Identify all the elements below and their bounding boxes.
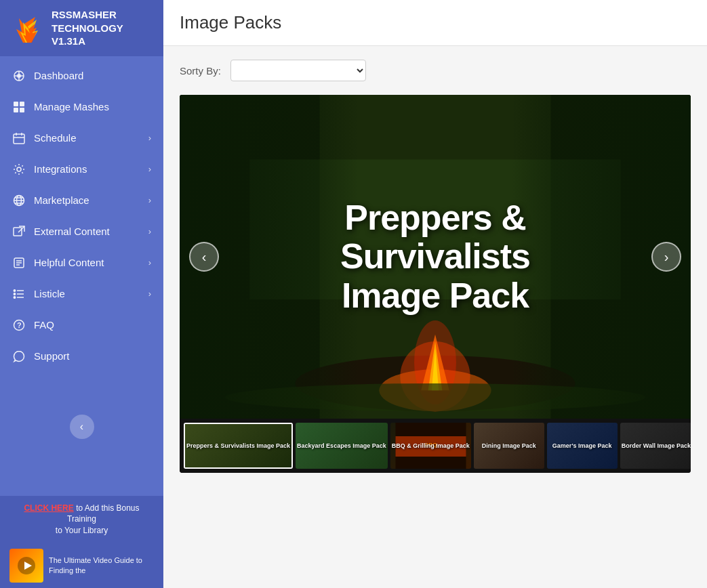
sidebar-item-label: Schedule	[34, 132, 77, 144]
calendar-icon	[12, 131, 26, 145]
svg-point-4	[17, 74, 21, 78]
svg-text:?: ?	[17, 321, 22, 329]
sidebar-item-support[interactable]: Support	[0, 341, 163, 372]
sidebar-item-label: Marketplace	[34, 194, 89, 206]
main-content-area: Image Packs Sorty By: Newest Oldest A-Z …	[163, 0, 707, 588]
sidebar-item-manage-mashes[interactable]: Manage Mashes	[0, 91, 163, 123]
gear-icon	[12, 163, 26, 176]
carousel-prev-button[interactable]: ‹	[189, 242, 219, 272]
svg-point-17	[17, 167, 21, 171]
sidebar-item-dashboard[interactable]: Dashboard	[0, 60, 163, 91]
sort-select[interactable]: Newest Oldest A-Z Z-A	[230, 60, 366, 81]
support-icon	[12, 350, 26, 363]
svg-point-34	[14, 296, 15, 297]
sidebar-item-label: Integrations	[34, 163, 87, 175]
helpful-icon	[12, 256, 26, 270]
sidebar-logo: RSSMASHER TECHNOLOGY V1.31A	[0, 0, 163, 56]
promo-click-here-link[interactable]: CLICK HERE	[24, 503, 73, 513]
sidebar-item-faq[interactable]: ? FAQ	[0, 310, 163, 341]
carousel-thumbnail-strip: Preppers & Survivalists Image Pack Backy…	[180, 419, 691, 473]
thumbnail-1[interactable]: Preppers & Survivalists Image Pack	[184, 423, 293, 469]
sidebar-item-label: External Content	[34, 226, 110, 237]
globe-icon	[12, 194, 26, 207]
svg-point-33	[14, 293, 15, 294]
sidebar-item-label: Manage Mashes	[34, 101, 109, 112]
svg-point-32	[14, 289, 15, 291]
chevron-right-icon: ›	[148, 226, 151, 236]
thumbnail-2[interactable]: Backyard Escapes Image Pack	[296, 423, 388, 469]
dashboard-icon	[12, 69, 26, 83]
carousel-next-button[interactable]: ›	[651, 242, 681, 272]
sidebar-promo-video: The Ultimate Video Guide to Finding the	[0, 543, 163, 588]
carousel-title: Preppers &SurvivalistsImage Pack	[340, 198, 530, 315]
svg-rect-10	[20, 102, 24, 106]
grid-icon	[12, 100, 26, 114]
sort-label: Sorty By:	[180, 65, 221, 77]
sidebar-logo-text: RSSMASHER TECHNOLOGY V1.31A	[52, 8, 123, 48]
sidebar-item-label: FAQ	[34, 319, 54, 331]
page-header: Image Packs	[163, 0, 707, 46]
sidebar-collapse-button[interactable]: ‹	[70, 415, 94, 439]
sidebar-item-marketplace[interactable]: Marketplace ›	[0, 185, 163, 216]
thumbnail-3[interactable]: BBQ BBQ & Grilling Image Pack	[390, 423, 471, 469]
sidebar-item-label: Listicle	[34, 288, 65, 299]
thumbnail-4[interactable]: Dining Image Pack	[474, 423, 544, 469]
sidebar-item-label: Helpful Content	[34, 257, 104, 268]
svg-rect-9	[14, 102, 18, 106]
chevron-right-icon: ›	[148, 257, 151, 268]
svg-rect-23	[14, 228, 22, 236]
sidebar-item-label: Support	[34, 350, 70, 362]
faq-icon: ?	[12, 318, 26, 332]
chevron-right-icon: ›	[148, 195, 151, 205]
sort-bar: Sorty By: Newest Oldest A-Z Z-A	[180, 60, 691, 81]
logo-icon	[9, 10, 45, 45]
carousel-slide-text: Preppers &SurvivalistsImage Pack	[327, 185, 544, 329]
list-icon	[12, 287, 26, 301]
chevron-right-icon: ›	[148, 289, 151, 299]
video-text: The Ultimate Video Guide to Finding the	[49, 555, 154, 576]
carousel-main-slide: Preppers &SurvivalistsImage Pack ‹ ›	[180, 95, 691, 419]
page-title: Image Packs	[180, 12, 691, 33]
chevron-right-icon: ›	[148, 164, 151, 174]
sidebar: RSSMASHER TECHNOLOGY V1.31A Dashboard Ma…	[0, 0, 163, 588]
sidebar-item-helpful-content[interactable]: Helpful Content ›	[0, 247, 163, 278]
svg-rect-13	[14, 134, 24, 144]
video-thumbnail	[9, 549, 43, 583]
thumbnail-6[interactable]: Border Wall Image Pack	[620, 423, 691, 469]
carousel: Preppers &SurvivalistsImage Pack ‹ › Pre…	[180, 95, 691, 473]
chevron-right-icon: ›	[148, 133, 151, 143]
sidebar-item-listicle[interactable]: Listicle ›	[0, 278, 163, 310]
promo-line2: to Your Library	[9, 525, 154, 537]
external-icon	[12, 225, 26, 238]
svg-rect-12	[20, 108, 24, 112]
sidebar-item-integrations[interactable]: Integrations ›	[0, 154, 163, 185]
sidebar-promo-banner: CLICK HERE to Add this Bonus Training to…	[0, 496, 163, 543]
sidebar-item-schedule[interactable]: Schedule ›	[0, 123, 163, 154]
sidebar-item-label: Dashboard	[34, 70, 83, 81]
svg-rect-11	[14, 108, 18, 112]
thumbnail-5[interactable]: Gamer's Image Pack	[547, 423, 618, 469]
sidebar-item-external-content[interactable]: External Content ›	[0, 216, 163, 247]
main-body: Sorty By: Newest Oldest A-Z Z-A	[163, 46, 707, 486]
